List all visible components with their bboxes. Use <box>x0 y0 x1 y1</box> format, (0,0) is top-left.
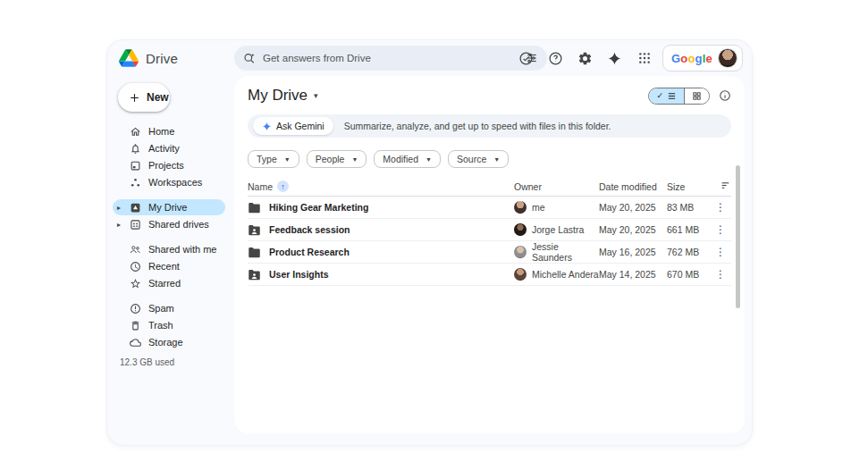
filter-chip-modified[interactable]: Modified▼ <box>374 150 441 168</box>
sidebar-item-label: Recent <box>148 261 180 272</box>
expand-caret-icon[interactable]: ▸ <box>117 221 121 229</box>
sidebar-item-my-drive[interactable]: ▸ My Drive <box>113 199 225 215</box>
my-drive-icon <box>130 202 141 214</box>
shared-folder-icon <box>248 269 261 281</box>
sidebar-item-storage[interactable]: Storage <box>113 334 225 350</box>
sidebar-item-recent[interactable]: Recent <box>113 258 225 274</box>
clock-icon <box>130 261 141 273</box>
sidebar-item-starred[interactable]: Starred <box>113 275 225 291</box>
help-icon[interactable] <box>544 46 568 70</box>
list-settings-icon[interactable] <box>720 180 731 193</box>
file-name: User Insights <box>269 269 329 280</box>
search-bar[interactable] <box>234 46 547 71</box>
sidebar-item-shared-with-me[interactable]: Shared with me <box>113 241 225 257</box>
apps-grid-icon[interactable] <box>633 46 656 70</box>
table-row[interactable]: Feedback session Jorge Lastra May 20, 20… <box>248 219 731 241</box>
new-button[interactable]: New <box>118 83 170 112</box>
details-info-icon[interactable] <box>719 89 731 102</box>
plus-icon <box>129 92 140 104</box>
title-dropdown-caret-icon[interactable]: ▾ <box>314 91 318 100</box>
gemini-spark-icon[interactable] <box>603 46 627 70</box>
filter-chip-type[interactable]: Type▼ <box>248 150 299 168</box>
scrollbar-thumb[interactable] <box>736 165 740 308</box>
title-row: My Drive ▾ ✓ <box>248 83 731 108</box>
chevron-down-icon: ▼ <box>351 156 358 163</box>
cloud-icon <box>130 337 141 348</box>
chip-label: People <box>316 154 345 164</box>
more-actions-icon[interactable]: ⋮ <box>715 268 726 281</box>
table-row[interactable]: User Insights Michelle Andera May 14, 20… <box>248 264 731 286</box>
sidebar-item-shared-drives[interactable]: ▸ Shared drives <box>113 216 225 232</box>
folder-icon <box>248 247 261 258</box>
table-header: Name ↑ Owner Date modified Size <box>248 179 731 197</box>
owner-name: Michelle Andera <box>532 269 599 280</box>
sidebar-item-spam[interactable]: Spam <box>113 300 225 316</box>
list-view-toggle[interactable]: ✓ <box>649 88 684 104</box>
table-row[interactable]: Product Research Jessie Saunders May 16,… <box>248 241 731 264</box>
chevron-down-icon: ▼ <box>426 156 432 163</box>
user-avatar[interactable] <box>718 48 737 68</box>
file-name: Hiking Gear Marketing <box>269 202 368 213</box>
gemini-hint-text: Summarize, analyze, and get up to speed … <box>344 121 611 131</box>
column-header-name[interactable]: Name ↑ <box>248 180 514 192</box>
sidebar-item-trash[interactable]: Trash <box>113 317 225 333</box>
home-icon <box>130 126 141 138</box>
column-label: Size <box>667 181 685 192</box>
sidebar-item-workspaces[interactable]: Workspaces <box>113 174 225 190</box>
column-header-owner[interactable]: Owner <box>514 181 599 192</box>
workspaces-icon <box>130 177 141 189</box>
column-header-modified[interactable]: Date modified <box>599 181 667 192</box>
more-actions-icon[interactable]: ⋮ <box>715 246 726 258</box>
owner-name: Jorge Lastra <box>532 224 584 235</box>
drive-brand[interactable]: Drive <box>107 49 234 67</box>
chevron-down-icon: ▼ <box>493 156 500 163</box>
sidebar-item-label: Spam <box>148 303 174 314</box>
chip-label: Modified <box>383 154 418 164</box>
sidebar-item-home[interactable]: Home <box>113 123 225 139</box>
filter-chip-people[interactable]: People▼ <box>307 150 367 168</box>
account-switcher[interactable]: Google <box>662 45 743 71</box>
sidebar-item-activity[interactable]: Activity <box>113 140 225 156</box>
sidebar: New Home Activity Projects Workspaces <box>107 76 234 445</box>
filter-chips: Type▼ People▼ Modified▼ Source▼ <box>248 150 731 168</box>
ask-gemini-button[interactable]: Ask Gemini <box>253 117 333 135</box>
list-view-icon <box>667 91 677 101</box>
sidebar-item-label: Storage <box>148 337 183 348</box>
offline-status-icon[interactable] <box>515 46 538 70</box>
date-modified: May 14, 2025 <box>599 269 667 280</box>
view-toggle: ✓ <box>648 88 710 105</box>
owner-avatar <box>514 201 527 214</box>
sort-ascending-icon[interactable]: ↑ <box>277 180 289 192</box>
file-size: 762 MB <box>667 247 710 257</box>
settings-gear-icon[interactable] <box>574 46 597 70</box>
more-actions-icon[interactable]: ⋮ <box>715 201 726 214</box>
chevron-down-icon: ▼ <box>284 156 291 163</box>
more-actions-icon[interactable]: ⋮ <box>715 223 726 236</box>
table-row[interactable]: Hiking Gear Marketing me May 20, 2025 83… <box>248 197 731 219</box>
date-modified: May 20, 2025 <box>599 224 667 235</box>
bell-icon <box>130 143 141 155</box>
drive-app-window: Drive <box>107 40 752 445</box>
screenshot-stage: Drive <box>0 0 868 453</box>
file-size: 83 MB <box>667 202 710 213</box>
sidebar-item-label: Workspaces <box>148 177 202 188</box>
file-name: Product Research <box>269 247 350 257</box>
app-name: Drive <box>146 51 178 66</box>
grid-view-toggle[interactable] <box>684 88 709 104</box>
trash-icon <box>130 320 141 331</box>
date-modified: May 16, 2025 <box>599 247 667 257</box>
expand-caret-icon[interactable]: ▸ <box>117 204 121 212</box>
sidebar-item-label: Activity <box>148 143 180 154</box>
search-input[interactable] <box>263 53 518 63</box>
sidebar-item-label: Trash <box>148 320 173 331</box>
folder-icon <box>248 202 261 214</box>
sidebar-item-projects[interactable]: Projects <box>113 157 225 173</box>
projects-icon <box>130 160 141 172</box>
filter-chip-source[interactable]: Source▼ <box>448 150 509 168</box>
people-icon <box>130 244 141 256</box>
page-title: My Drive <box>248 87 308 105</box>
column-header-size[interactable]: Size <box>667 181 710 192</box>
file-size: 670 MB <box>667 269 710 280</box>
sidebar-nav: Home Activity Projects Workspaces ▸ <box>107 123 234 350</box>
search-sparkle-icon <box>243 52 256 64</box>
